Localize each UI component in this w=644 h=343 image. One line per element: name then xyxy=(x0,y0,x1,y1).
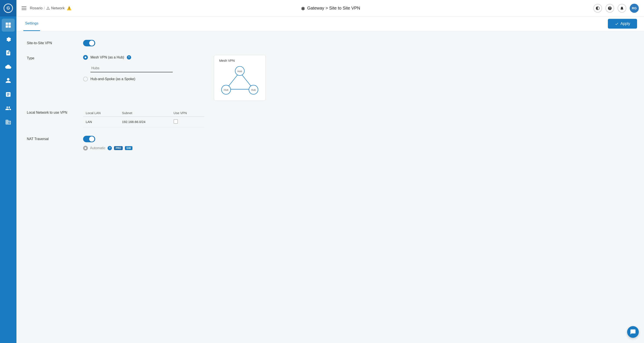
contrast-button[interactable] xyxy=(593,4,602,13)
svg-rect-3 xyxy=(8,23,10,25)
sidebar-item-building[interactable] xyxy=(2,116,15,129)
tabs-container: Settings xyxy=(23,17,40,31)
sidebar-item-person[interactable] xyxy=(2,74,15,87)
type-controls: Mesh VPN (as a Hub) ? xyxy=(83,55,205,81)
mesh-diagram-svg: Hub Hub Hub xyxy=(219,64,260,96)
site-to-site-vpn-control xyxy=(83,40,266,46)
avatar[interactable]: RG xyxy=(630,4,639,13)
svg-text:G: G xyxy=(6,6,10,11)
radio-mesh-hub-label: Mesh VPN (as a Hub) xyxy=(90,56,124,59)
breadcrumb-network: Network ⚠️ xyxy=(46,6,71,11)
nat-help[interactable]: ? xyxy=(108,146,112,150)
local-network-label: Local Network to use VPN xyxy=(27,109,74,115)
topnav: Rosario / Network ⚠️ Gateway > Site to S… xyxy=(16,0,644,17)
svg-text:Hub: Hub xyxy=(238,70,242,73)
site-to-site-vpn-row: Site-to-Site VPN xyxy=(27,40,266,46)
radio-mesh-hub-circle xyxy=(83,55,88,60)
sidebar-logo[interactable]: G xyxy=(0,0,16,17)
main-area: Rosario / Network ⚠️ Gateway > Site to S… xyxy=(16,0,644,343)
col-subnet: Subnet xyxy=(120,109,171,117)
help-icon xyxy=(608,6,612,11)
help-button[interactable] xyxy=(606,4,614,13)
breadcrumb-org[interactable]: Rosario xyxy=(30,6,43,11)
local-network-control: Local LAN Subnet Use VPN LAN 192.168.66.… xyxy=(83,109,266,127)
breadcrumb: Rosario / Network ⚠️ xyxy=(30,6,72,11)
nat-traversal-toggle[interactable] xyxy=(83,136,95,142)
nat-traversal-control: Automatic ? PRO GW xyxy=(83,136,266,151)
checkmark-icon xyxy=(615,22,619,26)
radio-hub-spoke-circle xyxy=(83,77,88,81)
apply-button[interactable]: Apply xyxy=(608,19,637,29)
sidebar-item-teams[interactable] xyxy=(2,102,15,115)
type-row: Type Mesh VPN (as a Hub) ? xyxy=(27,55,266,101)
svg-line-9 xyxy=(47,7,48,9)
breadcrumb-warning: ⚠️ xyxy=(67,6,72,11)
svg-point-6 xyxy=(48,7,48,7)
hubs-input-wrapper xyxy=(83,65,205,72)
cell-lan: LAN xyxy=(83,117,120,127)
settings-content: Site-to-Site VPN Type xyxy=(16,31,276,168)
type-label: Type xyxy=(27,55,74,60)
sidebar-nav xyxy=(0,17,16,129)
gear-icon xyxy=(300,6,305,11)
local-network-row: Local Network to use VPN Local LAN Subne… xyxy=(27,109,266,127)
radio-hub-spoke-label: Hub-and-Spoke (as a Spoke) xyxy=(90,77,135,81)
svg-rect-5 xyxy=(8,25,10,28)
cell-subnet: 192.168.66.0/24 xyxy=(120,117,171,127)
sidebar-item-reports[interactable] xyxy=(2,46,15,59)
gw-badge: GW xyxy=(125,146,132,150)
site-to-site-vpn-toggle[interactable] xyxy=(83,40,95,46)
svg-text:Hub: Hub xyxy=(251,88,256,91)
topnav-actions: RG xyxy=(593,4,639,13)
notifications-button[interactable] xyxy=(618,4,626,13)
col-local-lan: Local LAN xyxy=(83,109,120,117)
col-use-vpn: Use VPN xyxy=(171,109,204,117)
table-row: LAN 192.168.66.0/24 xyxy=(83,117,204,127)
svg-text:Hub: Hub xyxy=(224,88,228,91)
sidebar: G xyxy=(0,0,16,343)
vpn-table: Local LAN Subnet Use VPN LAN 192.168.66.… xyxy=(83,109,204,127)
sidebar-item-dashboard[interactable] xyxy=(2,19,15,32)
sidebar-item-settings[interactable] xyxy=(2,33,15,46)
toggle-thumb xyxy=(89,41,94,46)
type-row-inner: Mesh VPN (as a Hub) ? xyxy=(83,55,266,101)
mesh-diagram: Mesh VPN Hub Hub xyxy=(214,55,266,101)
header-title: Gateway > Site to Site VPN xyxy=(307,6,360,11)
cell-use-vpn xyxy=(171,117,204,127)
nat-traversal-label: NAT Traversal xyxy=(27,136,74,141)
nat-auto-label: Automatic xyxy=(90,146,106,150)
page-title: Gateway > Site to Site VPN xyxy=(300,6,360,11)
radio-hub-spoke[interactable]: Hub-and-Spoke (as a Spoke) xyxy=(83,77,205,81)
toggle-thumb-nat xyxy=(89,136,94,142)
tab-bar: Settings Apply xyxy=(16,17,644,31)
hubs-input[interactable] xyxy=(90,65,173,72)
sidebar-item-analytics[interactable] xyxy=(2,88,15,101)
nat-traversal-row: NAT Traversal Automatic ? PRO GW xyxy=(27,136,266,151)
pro-badge: PRO xyxy=(114,146,123,150)
svg-rect-2 xyxy=(6,23,8,25)
sidebar-item-cloud[interactable] xyxy=(2,60,15,73)
content-area: Settings Apply Site-to-Site VPN xyxy=(16,17,644,343)
table-header-row: Local LAN Subnet Use VPN xyxy=(83,109,204,117)
radio-mesh-hub[interactable]: Mesh VPN (as a Hub) ? xyxy=(83,55,205,60)
contrast-icon xyxy=(596,6,600,11)
tab-settings[interactable]: Settings xyxy=(23,17,40,31)
use-vpn-checkbox[interactable] xyxy=(174,119,178,124)
chat-icon xyxy=(630,329,636,335)
mesh-diagram-title: Mesh VPN xyxy=(219,59,260,62)
breadcrumb-section[interactable]: Network xyxy=(51,6,64,11)
breadcrumb-separator: / xyxy=(44,6,45,11)
bell-icon xyxy=(620,6,624,11)
svg-line-10 xyxy=(48,7,49,9)
network-icon xyxy=(46,6,50,10)
mesh-hub-help[interactable]: ? xyxy=(127,55,131,60)
svg-rect-4 xyxy=(6,25,8,28)
site-to-site-vpn-label: Site-to-Site VPN xyxy=(27,40,74,45)
nat-auto-option: Automatic ? PRO GW xyxy=(83,146,266,151)
chat-button[interactable] xyxy=(627,326,639,338)
hamburger-menu[interactable] xyxy=(22,7,26,10)
type-radio-group: Mesh VPN (as a Hub) ? xyxy=(83,55,205,81)
